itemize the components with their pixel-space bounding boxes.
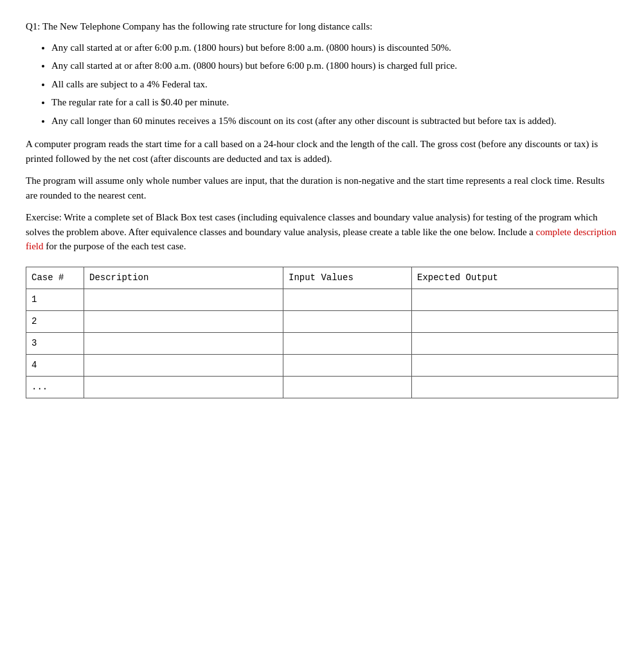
cell-expected-output xyxy=(412,289,618,310)
bullet-item-3: All calls are subject to a 4% Federal ta… xyxy=(51,77,618,92)
table-row: 1 xyxy=(26,289,618,310)
header-input-values: Input Values xyxy=(283,267,412,289)
table-row: 4 xyxy=(26,354,618,376)
cell-description xyxy=(84,289,283,310)
exercise-text2: for the purpose of the each test case. xyxy=(44,241,186,251)
table-row: ... xyxy=(26,376,618,398)
question-title: Q1: The New Telephone Company has the fo… xyxy=(26,19,618,34)
cell-expected-output xyxy=(412,376,618,398)
cell-case-num: 2 xyxy=(26,310,84,332)
cell-description xyxy=(84,354,283,376)
cell-input-values xyxy=(283,354,412,376)
paragraph2: The program will assume only whole numbe… xyxy=(26,173,618,202)
header-case-num: Case # xyxy=(26,267,84,289)
cell-input-values xyxy=(283,376,412,398)
bullet-item-1: Any call started at or after 6:00 p.m. (… xyxy=(51,40,618,55)
exercise-paragraph: Exercise: Write a complete set of Black … xyxy=(26,210,618,254)
bullet-list: Any call started at or after 6:00 p.m. (… xyxy=(51,40,618,129)
cell-input-values xyxy=(283,289,412,310)
table-header-row: Case # Description Input Values Expected… xyxy=(26,267,618,289)
bullet-item-2: Any call started at or after 8:00 a.m. (… xyxy=(51,58,618,73)
exercise-text1: Exercise: Write a complete set of Black … xyxy=(26,212,598,237)
cell-case-num: 3 xyxy=(26,332,84,354)
header-expected-output: Expected Output xyxy=(412,267,618,289)
test-cases-table: Case # Description Input Values Expected… xyxy=(26,267,618,398)
cell-input-values xyxy=(283,332,412,354)
cell-expected-output xyxy=(412,310,618,332)
cell-description xyxy=(84,310,283,332)
cell-expected-output xyxy=(412,332,618,354)
table-row: 2 xyxy=(26,310,618,332)
cell-case-num: 1 xyxy=(26,289,84,310)
cell-input-values xyxy=(283,310,412,332)
cell-case-num: ... xyxy=(26,376,84,398)
cell-case-num: 4 xyxy=(26,354,84,376)
cell-description xyxy=(84,332,283,354)
bullet-item-4: The regular rate for a call is $0.40 per… xyxy=(51,95,618,110)
paragraph1: A computer program reads the start time … xyxy=(26,137,618,166)
table-row: 3 xyxy=(26,332,618,354)
cell-expected-output xyxy=(412,354,618,376)
cell-description xyxy=(84,376,283,398)
bullet-item-5: Any call longer than 60 minutes receives… xyxy=(51,114,618,129)
header-description: Description xyxy=(84,267,283,289)
